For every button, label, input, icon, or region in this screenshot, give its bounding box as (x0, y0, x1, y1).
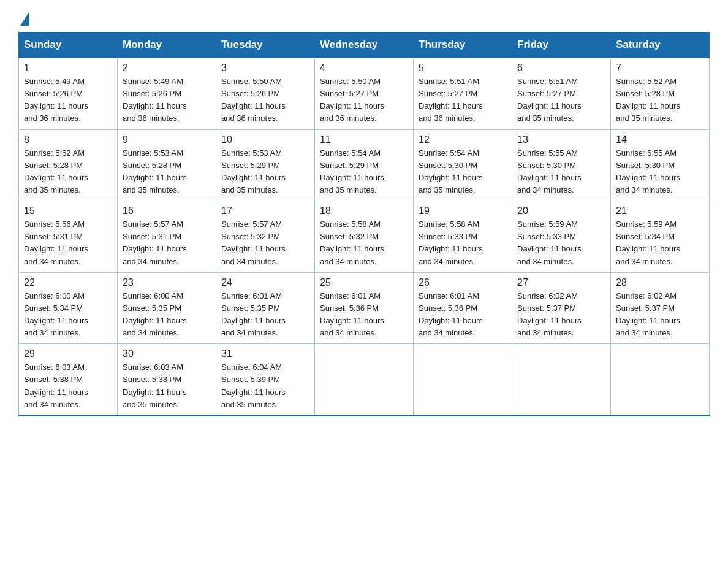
calendar-cell: 30Sunrise: 6:03 AMSunset: 5:38 PMDayligh… (118, 344, 216, 416)
day-info: Sunrise: 6:01 AMSunset: 5:36 PMDaylight:… (320, 290, 408, 340)
logo (18, 12, 30, 26)
calendar-cell (315, 344, 414, 416)
day-info: Sunrise: 6:00 AMSunset: 5:34 PMDaylight:… (24, 290, 112, 340)
calendar-cell: 3Sunrise: 5:50 AMSunset: 5:26 PMDaylight… (216, 58, 315, 129)
day-number: 12 (419, 134, 507, 145)
day-number: 7 (616, 63, 704, 74)
day-info: Sunrise: 6:01 AMSunset: 5:36 PMDaylight:… (419, 290, 507, 340)
calendar-cell: 6Sunrise: 5:51 AMSunset: 5:27 PMDaylight… (512, 58, 611, 129)
day-number: 6 (517, 63, 605, 74)
calendar-cell: 13Sunrise: 5:55 AMSunset: 5:30 PMDayligh… (512, 129, 611, 201)
day-info: Sunrise: 5:59 AMSunset: 5:34 PMDaylight:… (616, 218, 704, 268)
page-header (18, 12, 710, 26)
calendar-cell: 24Sunrise: 6:01 AMSunset: 5:35 PMDayligh… (216, 272, 315, 344)
calendar-cell: 21Sunrise: 5:59 AMSunset: 5:34 PMDayligh… (611, 201, 710, 273)
calendar-cell: 4Sunrise: 5:50 AMSunset: 5:27 PMDaylight… (315, 58, 414, 129)
day-number: 24 (221, 277, 309, 288)
day-number: 9 (123, 134, 211, 145)
calendar-cell: 27Sunrise: 6:02 AMSunset: 5:37 PMDayligh… (512, 272, 611, 344)
calendar-cell: 11Sunrise: 5:54 AMSunset: 5:29 PMDayligh… (315, 129, 414, 201)
day-info: Sunrise: 6:02 AMSunset: 5:37 PMDaylight:… (616, 290, 704, 340)
day-info: Sunrise: 5:55 AMSunset: 5:30 PMDaylight:… (616, 147, 704, 197)
day-info: Sunrise: 6:04 AMSunset: 5:39 PMDaylight:… (221, 361, 309, 411)
day-info: Sunrise: 6:03 AMSunset: 5:38 PMDaylight:… (123, 361, 211, 411)
day-number: 13 (517, 134, 605, 145)
day-number: 25 (320, 277, 408, 288)
calendar-week-row: 29Sunrise: 6:03 AMSunset: 5:38 PMDayligh… (19, 344, 710, 416)
calendar-cell: 17Sunrise: 5:57 AMSunset: 5:32 PMDayligh… (216, 201, 315, 273)
day-number: 20 (517, 205, 605, 216)
day-info: Sunrise: 5:57 AMSunset: 5:31 PMDaylight:… (123, 218, 211, 268)
day-info: Sunrise: 5:54 AMSunset: 5:29 PMDaylight:… (320, 147, 408, 197)
calendar-week-row: 8Sunrise: 5:52 AMSunset: 5:28 PMDaylight… (19, 129, 710, 201)
day-number: 15 (24, 205, 112, 216)
calendar-cell: 23Sunrise: 6:00 AMSunset: 5:35 PMDayligh… (118, 272, 216, 344)
calendar-table: SundayMondayTuesdayWednesdayThursdayFrid… (18, 32, 710, 416)
column-header-sunday: Sunday (19, 33, 118, 58)
day-info: Sunrise: 5:58 AMSunset: 5:33 PMDaylight:… (419, 218, 507, 268)
calendar-cell: 15Sunrise: 5:56 AMSunset: 5:31 PMDayligh… (19, 201, 118, 273)
day-number: 29 (24, 348, 112, 359)
calendar-cell: 31Sunrise: 6:04 AMSunset: 5:39 PMDayligh… (216, 344, 315, 416)
day-number: 28 (616, 277, 704, 288)
day-number: 8 (24, 134, 112, 145)
column-header-friday: Friday (512, 33, 611, 58)
logo-triangle-icon (20, 12, 29, 26)
day-info: Sunrise: 6:00 AMSunset: 5:35 PMDaylight:… (123, 290, 211, 340)
day-info: Sunrise: 5:56 AMSunset: 5:31 PMDaylight:… (24, 218, 112, 268)
calendar-week-row: 22Sunrise: 6:00 AMSunset: 5:34 PMDayligh… (19, 272, 710, 344)
column-header-wednesday: Wednesday (315, 33, 414, 58)
calendar-cell: 26Sunrise: 6:01 AMSunset: 5:36 PMDayligh… (414, 272, 512, 344)
day-number: 2 (123, 63, 211, 74)
day-info: Sunrise: 5:57 AMSunset: 5:32 PMDaylight:… (221, 218, 309, 268)
day-number: 19 (419, 205, 507, 216)
calendar-cell: 29Sunrise: 6:03 AMSunset: 5:38 PMDayligh… (19, 344, 118, 416)
day-number: 11 (320, 134, 408, 145)
day-number: 1 (24, 63, 112, 74)
column-header-monday: Monday (118, 33, 216, 58)
day-info: Sunrise: 5:50 AMSunset: 5:26 PMDaylight:… (221, 75, 309, 125)
calendar-week-row: 15Sunrise: 5:56 AMSunset: 5:31 PMDayligh… (19, 201, 710, 273)
day-info: Sunrise: 5:51 AMSunset: 5:27 PMDaylight:… (517, 75, 605, 125)
day-number: 26 (419, 277, 507, 288)
day-info: Sunrise: 5:49 AMSunset: 5:26 PMDaylight:… (24, 75, 112, 125)
day-number: 10 (221, 134, 309, 145)
calendar-cell (611, 344, 710, 416)
day-info: Sunrise: 5:54 AMSunset: 5:30 PMDaylight:… (419, 147, 507, 197)
day-info: Sunrise: 5:53 AMSunset: 5:28 PMDaylight:… (123, 147, 211, 197)
day-number: 23 (123, 277, 211, 288)
day-number: 22 (24, 277, 112, 288)
calendar-cell: 2Sunrise: 5:49 AMSunset: 5:26 PMDaylight… (118, 58, 216, 129)
calendar-cell (414, 344, 512, 416)
column-header-tuesday: Tuesday (216, 33, 315, 58)
day-info: Sunrise: 6:03 AMSunset: 5:38 PMDaylight:… (24, 361, 112, 411)
calendar-cell: 7Sunrise: 5:52 AMSunset: 5:28 PMDaylight… (611, 58, 710, 129)
calendar-cell: 28Sunrise: 6:02 AMSunset: 5:37 PMDayligh… (611, 272, 710, 344)
calendar-cell: 14Sunrise: 5:55 AMSunset: 5:30 PMDayligh… (611, 129, 710, 201)
calendar-cell: 12Sunrise: 5:54 AMSunset: 5:30 PMDayligh… (414, 129, 512, 201)
column-header-thursday: Thursday (414, 33, 512, 58)
day-number: 4 (320, 63, 408, 74)
calendar-cell: 1Sunrise: 5:49 AMSunset: 5:26 PMDaylight… (19, 58, 118, 129)
day-info: Sunrise: 5:52 AMSunset: 5:28 PMDaylight:… (616, 75, 704, 125)
day-info: Sunrise: 5:53 AMSunset: 5:29 PMDaylight:… (221, 147, 309, 197)
day-number: 21 (616, 205, 704, 216)
calendar-cell: 16Sunrise: 5:57 AMSunset: 5:31 PMDayligh… (118, 201, 216, 273)
calendar-cell: 10Sunrise: 5:53 AMSunset: 5:29 PMDayligh… (216, 129, 315, 201)
day-info: Sunrise: 6:02 AMSunset: 5:37 PMDaylight:… (517, 290, 605, 340)
calendar-cell: 20Sunrise: 5:59 AMSunset: 5:33 PMDayligh… (512, 201, 611, 273)
day-info: Sunrise: 5:55 AMSunset: 5:30 PMDaylight:… (517, 147, 605, 197)
day-info: Sunrise: 5:58 AMSunset: 5:32 PMDaylight:… (320, 218, 408, 268)
day-info: Sunrise: 5:51 AMSunset: 5:27 PMDaylight:… (419, 75, 507, 125)
calendar-cell: 22Sunrise: 6:00 AMSunset: 5:34 PMDayligh… (19, 272, 118, 344)
day-number: 14 (616, 134, 704, 145)
calendar-cell (512, 344, 611, 416)
day-info: Sunrise: 5:52 AMSunset: 5:28 PMDaylight:… (24, 147, 112, 197)
calendar-header-row: SundayMondayTuesdayWednesdayThursdayFrid… (19, 33, 710, 58)
day-number: 18 (320, 205, 408, 216)
calendar-cell: 18Sunrise: 5:58 AMSunset: 5:32 PMDayligh… (315, 201, 414, 273)
day-number: 16 (123, 205, 211, 216)
day-info: Sunrise: 5:50 AMSunset: 5:27 PMDaylight:… (320, 75, 408, 125)
day-number: 31 (221, 348, 309, 359)
calendar-week-row: 1Sunrise: 5:49 AMSunset: 5:26 PMDaylight… (19, 58, 710, 129)
